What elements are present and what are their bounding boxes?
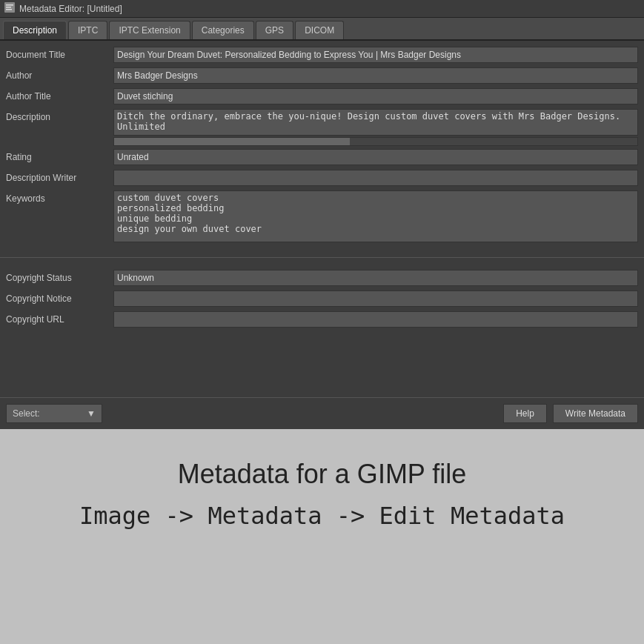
copyright-form-area: Copyright Status Unknown Copyrighted Pub… bbox=[0, 264, 644, 338]
description-writer-label: Description Writer bbox=[6, 170, 113, 183]
title-bar-text: Metadata Editor: [Untitled] bbox=[19, 4, 122, 14]
chevron-down-icon: ▼ bbox=[87, 408, 96, 419]
document-title-input[interactable] bbox=[113, 47, 638, 63]
tab-categories[interactable]: Categories bbox=[192, 21, 254, 39]
copyright-status-row: Copyright Status Unknown Copyrighted Pub… bbox=[6, 270, 638, 288]
description-progress-bar bbox=[113, 137, 638, 146]
form-area: Document Title Author Author Title Descr… bbox=[0, 41, 644, 251]
description-area bbox=[113, 109, 638, 146]
section-divider bbox=[0, 257, 644, 258]
footer-buttons: Help Write Metadata bbox=[503, 404, 638, 423]
tab-iptc[interactable]: IPTC bbox=[68, 21, 107, 39]
author-title-input[interactable] bbox=[113, 88, 638, 104]
info-title: Metadata for a GIMP file bbox=[15, 459, 629, 490]
description-progress-fill bbox=[114, 138, 350, 145]
title-bar: Metadata Editor: [Untitled] bbox=[0, 0, 644, 18]
keywords-label: Keywords bbox=[6, 190, 113, 204]
keywords-row: Keywords bbox=[6, 190, 638, 242]
svg-rect-2 bbox=[6, 7, 11, 8]
spacer bbox=[0, 338, 644, 397]
svg-rect-3 bbox=[6, 9, 12, 10]
rating-label: Rating bbox=[6, 149, 113, 162]
copyright-url-row: Copyright URL bbox=[6, 311, 638, 329]
rating-select[interactable]: Unrated 1 2 3 4 5 bbox=[113, 149, 638, 165]
copyright-url-label: Copyright URL bbox=[6, 311, 113, 325]
copyright-status-label: Copyright Status bbox=[6, 270, 113, 283]
select-label: Select: bbox=[13, 408, 40, 419]
tab-description[interactable]: Description bbox=[3, 21, 67, 39]
description-textarea[interactable] bbox=[113, 109, 638, 136]
footer: Select: ▼ Help Write Metadata bbox=[0, 397, 644, 429]
tab-bar: Description IPTC IPTC Extension Categori… bbox=[0, 18, 644, 41]
select-dropdown[interactable]: Select: ▼ bbox=[6, 404, 102, 423]
metadata-editor-window: Metadata Editor: [Untitled] Description … bbox=[0, 0, 644, 429]
write-metadata-button[interactable]: Write Metadata bbox=[553, 404, 638, 423]
copyright-notice-label: Copyright Notice bbox=[6, 291, 113, 304]
copyright-notice-input[interactable] bbox=[113, 291, 638, 307]
author-label: Author bbox=[6, 67, 113, 81]
document-title-row: Document Title bbox=[6, 47, 638, 64]
help-button[interactable]: Help bbox=[503, 404, 547, 423]
copyright-url-input[interactable] bbox=[113, 311, 638, 328]
author-input[interactable] bbox=[113, 67, 638, 84]
copyright-notice-row: Copyright Notice bbox=[6, 291, 638, 308]
author-title-label: Author Title bbox=[6, 88, 113, 102]
description-writer-input[interactable] bbox=[113, 170, 638, 186]
description-label: Description bbox=[6, 109, 113, 122]
tab-iptc-extension[interactable]: IPTC Extension bbox=[109, 21, 190, 39]
document-title-label: Document Title bbox=[6, 47, 113, 60]
title-bar-icon bbox=[4, 2, 15, 15]
select-wrapper: Select: ▼ bbox=[6, 404, 102, 423]
author-row: Author bbox=[6, 67, 638, 85]
description-row: Description bbox=[6, 109, 638, 146]
copyright-status-select[interactable]: Unknown Copyrighted Public Domain bbox=[113, 270, 638, 286]
rating-row: Rating Unrated 1 2 3 4 5 bbox=[6, 149, 638, 167]
author-title-row: Author Title bbox=[6, 88, 638, 106]
tab-gps[interactable]: GPS bbox=[256, 21, 293, 39]
info-subtitle: Image -> Metadata -> Edit Metadata bbox=[15, 502, 629, 530]
info-section: Metadata for a GIMP file Image -> Metada… bbox=[0, 429, 644, 560]
svg-rect-1 bbox=[6, 4, 13, 6]
description-writer-row: Description Writer bbox=[6, 170, 638, 187]
keywords-textarea[interactable] bbox=[113, 190, 638, 242]
tab-dicom[interactable]: DICOM bbox=[295, 21, 344, 39]
